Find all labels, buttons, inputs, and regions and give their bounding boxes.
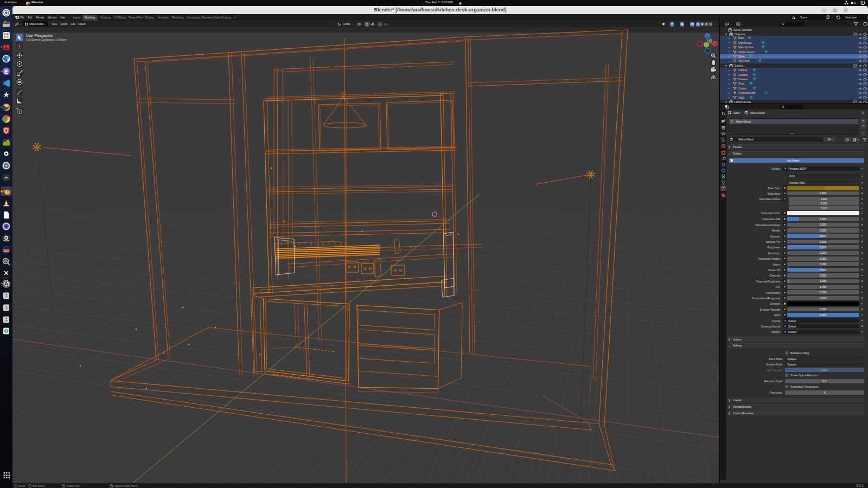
svg-text:X: X — [714, 42, 717, 46]
svg-text:Z: Z — [706, 34, 709, 38]
svg-text:Y: Y — [710, 39, 712, 42]
